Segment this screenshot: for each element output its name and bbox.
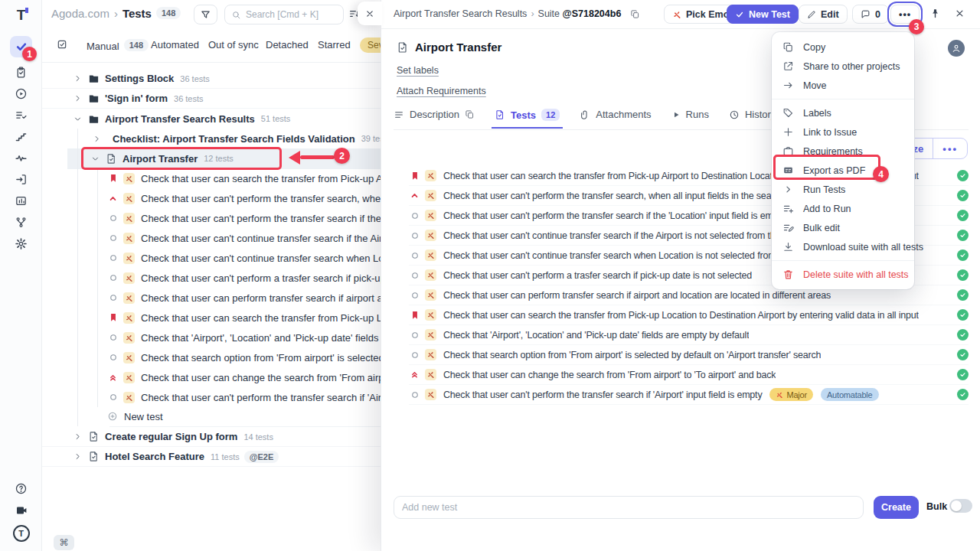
rail-item-plans[interactable] xyxy=(10,61,32,83)
attach-requirements-link[interactable]: Attach Requirements xyxy=(397,86,486,96)
close-panel-icon[interactable] xyxy=(954,8,965,19)
keyboard-shortcuts-button[interactable]: ⌘ xyxy=(54,535,74,550)
rail-item-checklists[interactable] xyxy=(10,104,32,126)
tree-test-row[interactable]: Check that user can't perform the transf… xyxy=(42,387,381,407)
rail-item-brand[interactable]: T xyxy=(10,523,32,544)
filter-button[interactable] xyxy=(194,5,217,24)
chevron-right-icon[interactable] xyxy=(73,93,83,103)
bulk-toggle[interactable] xyxy=(949,499,972,513)
avatar[interactable] xyxy=(948,40,965,57)
tree-test-row[interactable]: Check that user can't perform a trasfer … xyxy=(42,268,381,288)
select-all-icon[interactable] xyxy=(56,38,68,51)
menu-item-bulk-edit[interactable]: Bulk edit xyxy=(772,218,914,237)
tree-test-row[interactable]: Check that 'Airport', 'Location' and 'Pi… xyxy=(42,328,381,347)
menu-item-share[interactable]: Share to other projects xyxy=(772,57,914,76)
test-title: Check that user can search the transfer … xyxy=(141,173,381,184)
rail-item-milestones[interactable] xyxy=(10,126,32,147)
app-logo[interactable]: T xyxy=(10,5,32,26)
tab-tests[interactable]: Tests 12 xyxy=(495,109,560,128)
menu-item-labels[interactable]: Labels xyxy=(772,103,914,122)
add-new-test-input[interactable] xyxy=(402,502,855,513)
filter-tab-out-of-sync[interactable]: Out of sync xyxy=(208,39,259,51)
rail-item-runs[interactable] xyxy=(10,83,32,104)
tab-attachments[interactable]: Attachments xyxy=(580,109,651,127)
new-test-button-header[interactable]: New Test xyxy=(727,5,799,24)
tab-description[interactable]: Description xyxy=(394,109,475,127)
filter-tab-severity[interactable]: Severity xyxy=(360,37,381,53)
tree-suite-settings-block[interactable]: Settings Block 36 tests xyxy=(42,69,381,89)
test-title: Check that user can search the transfer … xyxy=(141,312,381,324)
rail-item-branches[interactable] xyxy=(10,211,32,233)
tab-runs[interactable]: Runs xyxy=(671,109,709,127)
menu-item-copy[interactable]: Copy xyxy=(772,37,914,57)
rail-item-help[interactable] xyxy=(10,478,32,499)
chevron-down-icon[interactable] xyxy=(73,114,83,124)
menu-item-link-to-issue[interactable]: Link to Issue xyxy=(772,122,914,142)
priority-normal-icon xyxy=(409,271,420,280)
menu-item-move[interactable]: Move xyxy=(772,76,914,95)
test-title: Check that search option from 'From airp… xyxy=(141,352,381,364)
comments-button[interactable]: 0 xyxy=(852,5,889,24)
test-row[interactable]: Check that user can search the transfer … xyxy=(409,305,969,325)
filter-tab-starred[interactable]: Starred xyxy=(318,39,351,51)
chevron-right-icon[interactable] xyxy=(73,432,83,442)
tree-suite-hotel-search[interactable]: Hotel Search Feature 11 tests @E2E xyxy=(42,447,381,467)
tree-test-row[interactable]: Check that user can't continue transfer … xyxy=(42,228,381,248)
filter-tab-detached[interactable]: Detached xyxy=(266,39,309,51)
priority-high-icon xyxy=(409,171,420,181)
test-row[interactable]: Check that 'Airport', 'Location' and 'Pi… xyxy=(409,325,969,345)
tree-test-row[interactable]: Check that search option from 'From airp… xyxy=(42,347,381,367)
summarize-more-button[interactable]: ••• xyxy=(933,139,967,158)
annotation-step-3: 3 xyxy=(909,19,924,34)
tree-test-row[interactable]: Check that user can search the transfer … xyxy=(42,308,381,328)
filter-tab-automated[interactable]: Automated xyxy=(151,39,199,51)
tree-test-row[interactable]: Check that user can't perform the transf… xyxy=(42,188,381,208)
chevron-right-icon[interactable] xyxy=(73,452,83,461)
menu-item-delete-suite[interactable]: Delete suite with all tests xyxy=(772,265,914,284)
tree-suite-airport-results[interactable]: Airport Transfer Search Results 51 tests xyxy=(42,109,381,129)
copy-id-icon[interactable] xyxy=(630,9,640,19)
menu-item-download-suite[interactable]: Download suite with all tests xyxy=(772,237,914,256)
tree-suite-sign-in-form[interactable]: 'Sign in' form 36 tests xyxy=(42,89,381,109)
menu-item-add-to-run[interactable]: Add to Run xyxy=(772,199,914,218)
chevron-right-icon[interactable] xyxy=(73,73,83,83)
copy-icon[interactable] xyxy=(465,109,475,119)
tree-test-row[interactable]: Check that user can perform transfer sea… xyxy=(42,288,381,308)
edit-button[interactable]: Edit xyxy=(799,5,848,24)
tree-test-row[interactable]: Check that user can't perform the transf… xyxy=(42,208,381,228)
rail-item-settings[interactable] xyxy=(10,233,32,254)
rail-item-reports[interactable] xyxy=(10,190,32,211)
tree-test-row[interactable]: Check that user can't continue transfer … xyxy=(42,248,381,268)
test-row[interactable]: Check that user can't perform the transf… xyxy=(409,385,969,405)
tree-test-row[interactable]: Check that user can change the search fr… xyxy=(42,367,381,387)
chevron-right-icon[interactable] xyxy=(92,134,102,144)
breadcrumb-project[interactable]: Agoda.com xyxy=(51,7,109,20)
rail-item-import[interactable] xyxy=(10,168,32,190)
set-labels-link[interactable]: Set labels xyxy=(397,65,439,76)
rail-item-analytics[interactable] xyxy=(10,147,32,168)
breadcrumb: Agoda.com›Tests148 xyxy=(51,7,181,20)
test-title: Check that user can't continue transfer … xyxy=(443,230,794,241)
rail-item-tutorials[interactable] xyxy=(10,500,32,521)
create-button[interactable]: Create xyxy=(874,496,919,519)
folder-icon xyxy=(88,93,100,104)
tab-history[interactable]: History xyxy=(729,109,776,127)
tree-test-row[interactable]: Check that user can search the transfer … xyxy=(42,168,381,188)
app-window: T T ⌘ Agoda.com›Tests148 Man xyxy=(0,0,980,551)
close-panel-tab-button[interactable] xyxy=(358,2,382,25)
suite-count: 36 tests xyxy=(174,94,204,103)
filter-tab-manual[interactable]: Manual148 xyxy=(87,39,149,52)
synced-check-icon xyxy=(957,190,969,201)
search-input[interactable] xyxy=(246,9,330,20)
test-emoji-icon xyxy=(123,312,135,324)
breadcrumb-section[interactable]: Tests xyxy=(122,7,152,20)
suite-breadcrumb-parent[interactable]: Airport Transfer Search Results xyxy=(394,8,527,19)
menu-item-run-tests[interactable]: Run Tests xyxy=(772,180,914,199)
pin-icon[interactable] xyxy=(929,8,941,19)
test-emoji-icon xyxy=(425,210,436,221)
new-test-button[interactable]: New test xyxy=(42,406,381,426)
test-row[interactable]: Check that user can change the search fr… xyxy=(409,365,969,385)
tree-suite-checklist[interactable]: Checklist: Airport Transfer Search Field… xyxy=(42,129,381,148)
tree-suite-create-signup[interactable]: Create regular Sign Up form 14 tests xyxy=(42,427,381,447)
test-row[interactable]: Check that search option from 'From airp… xyxy=(409,345,969,365)
